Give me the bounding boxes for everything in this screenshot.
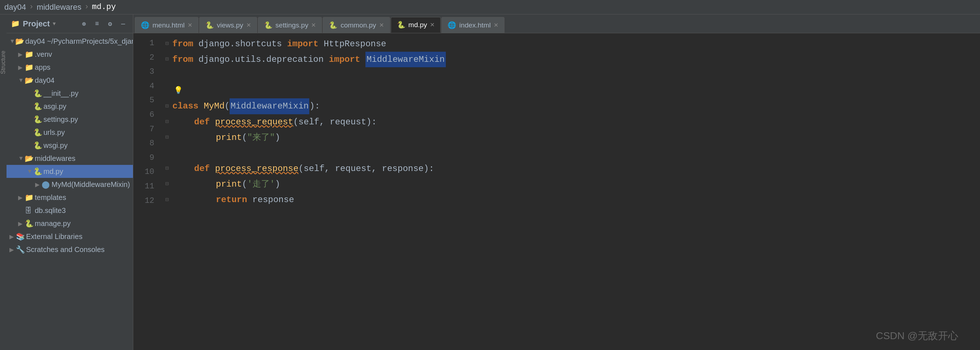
title-sep1: › xyxy=(29,3,34,11)
tree-item-ext-libs[interactable]: ▶ 📚 External Libraries xyxy=(6,230,133,243)
code-line-6: ⊟ def process_request(self, reqeust): xyxy=(162,114,977,130)
code-editor[interactable]: ⊟ from django.shortcuts import HttpRespo… xyxy=(159,36,980,350)
db-icon: 🗄 xyxy=(25,206,33,215)
param-response-9: response xyxy=(382,161,424,176)
print-10: print xyxy=(216,176,242,192)
paren-9-open: ( xyxy=(298,161,304,176)
kw-import-2: import xyxy=(329,52,360,67)
tree-label-asgi: asgi.py xyxy=(43,102,66,111)
tree-item-middlewares-folder[interactable]: ▼ 📂 middlewares xyxy=(6,152,133,165)
tree-item-urls[interactable]: 🐍 urls.py xyxy=(6,126,133,139)
tab-common-py[interactable]: 🐍 common.py ✕ xyxy=(323,17,390,33)
tab-close-views-py[interactable]: ✕ xyxy=(246,22,251,29)
param-self-9: self xyxy=(304,161,325,176)
folder-icon-apps: 📁 xyxy=(25,63,33,71)
tab-close-settings-py[interactable]: ✕ xyxy=(311,22,316,29)
method-process-request: process_request xyxy=(215,114,293,130)
tab-menu-html[interactable]: 🌐 menu.html ✕ xyxy=(135,17,199,33)
tab-close-menu-html[interactable]: ✕ xyxy=(188,22,192,29)
kw-def-9: def xyxy=(194,161,210,176)
tab-index-html[interactable]: 🌐 index.html ✕ xyxy=(441,17,504,33)
paren-6-open: ( xyxy=(293,114,298,130)
ext-libs-icon: 📚 xyxy=(16,232,25,241)
bulb-icon[interactable]: 💡 xyxy=(174,84,183,97)
kw-def-6: def xyxy=(194,114,210,130)
tree-item-db-sqlite[interactable]: 🗄 db.sqlite3 xyxy=(6,204,133,217)
code-line-4: 💡 xyxy=(162,83,977,98)
tree-label-manage: manage.py xyxy=(35,220,71,228)
fold-1[interactable]: ⊟ xyxy=(162,39,172,49)
tab-close-md-py[interactable]: ✕ xyxy=(430,21,434,28)
tab-close-index-html[interactable]: ✕ xyxy=(494,22,498,29)
tree-label-day04-sub: day04 xyxy=(35,76,55,85)
project-dropdown-arrow[interactable]: ▼ xyxy=(53,21,56,27)
paren-6-close: ): xyxy=(366,114,377,130)
tab-icon-md-py: 🐍 xyxy=(397,21,406,29)
folder-icon-venv: 📁 xyxy=(25,50,33,59)
arrow-apps: ▶ xyxy=(18,64,25,71)
tree-item-wsgi[interactable]: 🐍 wsgi.py xyxy=(6,139,133,152)
code-container: 1 2 3 4 5 6 7 8 9 10 11 12 ⊟ from django… xyxy=(133,33,980,350)
tree-label-wsgi: wsgi.py xyxy=(43,141,68,150)
tab-label-settings-py: settings.py xyxy=(275,21,309,29)
tree-label-day04-root: day04 ~/PycharmProjects/5x_django_s xyxy=(25,37,133,46)
fold-5[interactable]: ⊟ xyxy=(162,101,172,112)
kw-class-5: class xyxy=(172,98,199,114)
tree-item-mymd-class[interactable]: ▶ ⬤ MyMd(MiddlewareMixin) xyxy=(6,178,133,191)
tree-item-manage[interactable]: ▶ 🐍 manage.py xyxy=(6,217,133,230)
tab-label-views-py: views.py xyxy=(217,21,243,29)
title-middlewares: middlewares xyxy=(37,3,81,12)
tab-md-py[interactable]: 🐍 md.py ✕ xyxy=(391,17,441,33)
kw-from-2: from xyxy=(172,52,193,67)
var-response-11: response xyxy=(253,192,294,207)
code-line-12 xyxy=(162,208,977,223)
sync-btn[interactable]: ⊕ xyxy=(79,19,89,29)
fold-9[interactable]: ⊟ xyxy=(162,163,172,174)
tree-item-scratches[interactable]: ▶ 🔧 Scratches and Consoles xyxy=(6,243,133,256)
tab-close-common-py[interactable]: ✕ xyxy=(379,22,384,29)
code-line-10: ⊟ print('走了') xyxy=(162,176,977,192)
arrow-ext-libs: ▶ xyxy=(10,233,16,240)
tree-item-apps[interactable]: ▶ 📁 apps xyxy=(6,61,133,74)
tree-item-day04-root[interactable]: ▼ 📂 day04 ~/PycharmProjects/5x_django_s xyxy=(6,35,133,48)
settings-btn[interactable]: ⚙ xyxy=(105,19,116,29)
tree-item-templates[interactable]: ▶ 📁 templates xyxy=(6,191,133,204)
tree-item-day04-sub[interactable]: ▼ 📂 day04 xyxy=(6,74,133,87)
fold-2[interactable]: ⊟ xyxy=(162,54,172,65)
fold-7[interactable]: ⊟ xyxy=(162,132,172,143)
tree-item-md-py[interactable]: ▼ 🐍 md.py xyxy=(6,165,133,178)
tree-label-md-py: md.py xyxy=(43,168,63,176)
structure-label: Structure xyxy=(0,51,6,74)
tree-label-templates: templates xyxy=(35,193,66,202)
fold-10[interactable]: ⊟ xyxy=(162,179,172,190)
tab-views-py[interactable]: 🐍 views.py ✕ xyxy=(199,17,257,33)
tree-item-asgi[interactable]: 🐍 asgi.py xyxy=(6,100,133,113)
tree-item-settings-py[interactable]: 🐍 settings.py xyxy=(6,113,133,126)
arrow-venv: ▶ xyxy=(18,51,25,58)
method-process-response: process_response xyxy=(215,161,298,176)
tab-label-common-py: common.py xyxy=(340,21,376,29)
tree-label-scratches: Scratches and Consoles xyxy=(26,245,105,254)
arrow-mymd: ▶ xyxy=(35,181,41,188)
tree-item-venv[interactable]: ▶ 📁 .venv xyxy=(6,48,133,61)
tree-label-apps: apps xyxy=(35,63,50,71)
str-7: "来了" xyxy=(247,130,275,145)
fold-11[interactable]: ⊟ xyxy=(162,195,172,205)
code-line-8 xyxy=(162,145,977,161)
tree-label-ext-libs: External Libraries xyxy=(26,233,83,241)
close-sidebar-btn[interactable]: — xyxy=(118,19,129,29)
fold-6[interactable]: ⊟ xyxy=(162,117,172,127)
collapse-btn[interactable]: ≡ xyxy=(92,19,102,29)
tab-settings-py[interactable]: 🐍 settings.py ✕ xyxy=(258,17,322,33)
paren-9-close: ): xyxy=(424,161,434,176)
kw-return-11: return xyxy=(216,192,247,207)
folder-icon-day04-root: 📂 xyxy=(15,37,24,46)
sidebar-tools: ⊕ ≡ ⚙ — xyxy=(79,19,129,29)
title-project: day04 xyxy=(4,3,26,12)
tree-item-init[interactable]: 🐍 __init__.py xyxy=(6,87,133,100)
param-reqeust: reqeust xyxy=(330,114,366,130)
code-line-9: ⊟ def process_response(self, request, re… xyxy=(162,161,977,176)
code-line-7: ⊟ print("来了") xyxy=(162,130,977,145)
code-line-1: ⊟ from django.shortcuts import HttpRespo… xyxy=(162,36,977,52)
cls-middlewaremixin-import: MiddlewareMixin xyxy=(366,52,446,67)
